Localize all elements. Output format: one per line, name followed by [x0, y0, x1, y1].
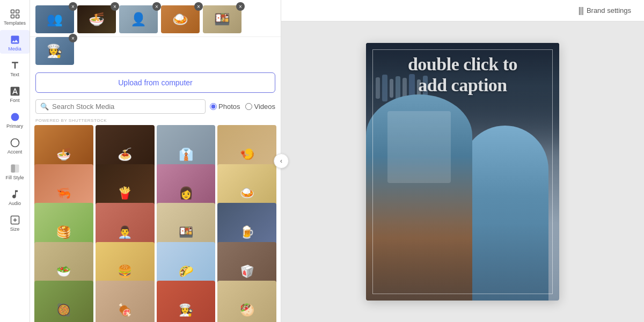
uploaded-strip: 👥 × 🍜 × 👤 × 🍛 ×	[30, 0, 281, 37]
svg-rect-2	[11, 15, 14, 18]
upload-from-computer-button[interactable]: Upload from computer	[35, 72, 275, 93]
remove-thumb-5-button[interactable]: ×	[236, 2, 245, 11]
collapse-panel-button[interactable]: ‹	[274, 153, 289, 169]
brand-settings-icon: |||	[578, 6, 583, 16]
canvas-area: ||| Brand settings	[281, 0, 644, 322]
videos-radio[interactable]	[245, 103, 252, 110]
caption-overlay: double click toadd caption	[374, 54, 551, 96]
svg-point-4	[11, 113, 19, 121]
bottom-vignette	[366, 223, 559, 301]
font-icon	[10, 86, 20, 97]
image-icon	[10, 34, 20, 45]
stock-grid-item-18[interactable]: 🍖	[96, 281, 155, 322]
remove-thumb-1-button[interactable]: ×	[69, 2, 77, 11]
sidebar-item-audio[interactable]: Audio	[0, 185, 30, 208]
brand-settings-label: Brand settings	[587, 6, 631, 14]
remove-thumb-4-button[interactable]: ×	[194, 2, 203, 11]
sidebar-item-media-label: Media	[8, 46, 21, 52]
size-icon	[10, 215, 20, 225]
uploaded-thumb-3[interactable]: 👤 ×	[119, 5, 158, 33]
uploaded-thumb-4[interactable]: 🍛 ×	[161, 5, 200, 33]
sidebar-item-primary[interactable]: Primary	[0, 107, 30, 131]
svg-point-5	[11, 139, 19, 147]
uploaded-thumb-5[interactable]: 🍱 ×	[203, 5, 241, 33]
sidebar-item-fill-style[interactable]: Fill Style	[0, 159, 30, 182]
sidebar-item-fill-style-label: Fill Style	[5, 175, 24, 180]
grid-icon	[10, 9, 20, 19]
canvas-card[interactable]: double click toadd caption	[366, 43, 559, 301]
stock-grid-item-20[interactable]: 🥙	[217, 281, 276, 322]
stock-grid-item-19[interactable]: 👩‍🍳	[157, 281, 216, 322]
photos-radio[interactable]	[210, 103, 217, 110]
svg-rect-0	[11, 10, 14, 13]
search-section: 🔍 Photos Videos	[30, 96, 281, 117]
audio-icon	[10, 189, 20, 200]
sidebar-item-templates-label: Templates	[4, 20, 26, 26]
media-type-radio-group: Photos Videos	[210, 103, 275, 111]
sidebar-item-text[interactable]: Text	[0, 56, 30, 79]
photos-label: Photos	[218, 103, 240, 111]
powered-by-label: POWERED BY SHUTTERSTOCK	[30, 117, 281, 125]
remove-thumb-3-button[interactable]: ×	[152, 2, 161, 11]
svg-rect-1	[16, 10, 19, 13]
sidebar-item-size[interactable]: Size	[0, 210, 30, 234]
photos-radio-label[interactable]: Photos	[210, 103, 240, 111]
upload-section: Upload from computer	[30, 67, 281, 96]
left-sidebar: Templates Media Text Font Primary Accent	[0, 0, 30, 322]
sidebar-item-primary-label: Primary	[6, 123, 23, 129]
canvas-photo: double click toadd caption	[366, 43, 559, 301]
search-icon: 🔍	[40, 103, 49, 111]
sidebar-item-templates[interactable]: Templates	[0, 4, 30, 28]
search-stock-media-input[interactable]	[52, 103, 201, 111]
stock-media-grid: 🍜 🍝 👔 🍤 🦐 🍟 👩 🍛 🥞 👨‍💼 🍱 🍺 🥗 🍔 🌮 🥡 🥘 🍖 👩‍…	[30, 125, 281, 322]
panel-wrapper: 👥 × 🍜 × 👤 × 🍛 ×	[30, 0, 281, 322]
svg-rect-3	[16, 15, 19, 18]
accent-circle-icon	[10, 137, 20, 148]
sidebar-item-font-label: Font	[10, 98, 19, 103]
remove-thumb-6-button[interactable]: ×	[69, 34, 77, 42]
brand-settings-button[interactable]: ||| Brand settings	[574, 4, 635, 18]
sidebar-item-size-label: Size	[10, 226, 20, 232]
sidebar-item-text-label: Text	[10, 72, 19, 77]
search-bar-container: 🔍	[35, 99, 206, 114]
text-icon	[10, 60, 20, 71]
media-panel: 👥 × 🍜 × 👤 × 🍛 ×	[30, 0, 281, 322]
canvas-main-caption[interactable]: double click toadd caption	[374, 54, 551, 96]
sidebar-item-media[interactable]: Media	[0, 30, 30, 54]
stock-grid-item-17[interactable]: 🥘	[34, 281, 93, 322]
remove-thumb-2-button[interactable]: ×	[111, 2, 119, 11]
sidebar-item-accent[interactable]: Accent	[0, 133, 30, 157]
sidebar-item-font[interactable]: Font	[0, 82, 30, 105]
sidebar-item-accent-label: Accent	[8, 149, 23, 155]
tablet-prop	[387, 111, 451, 183]
sidebar-item-audio-label: Audio	[9, 201, 21, 206]
canvas-container: double click toadd caption	[281, 21, 644, 322]
videos-label: Videos	[254, 103, 275, 111]
uploaded-thumb-2[interactable]: 🍜 ×	[77, 5, 116, 33]
uploaded-strip-row2: 👩‍🍳 ×	[30, 37, 281, 67]
uploaded-thumb-1[interactable]: 👥 ×	[35, 5, 74, 33]
videos-radio-label[interactable]: Videos	[245, 103, 275, 111]
top-bar: ||| Brand settings	[281, 0, 644, 21]
uploaded-thumb-6[interactable]: 👩‍🍳 ×	[35, 37, 74, 65]
primary-circle-icon	[10, 112, 20, 122]
svg-rect-7	[11, 165, 15, 173]
fill-style-icon	[10, 163, 20, 174]
